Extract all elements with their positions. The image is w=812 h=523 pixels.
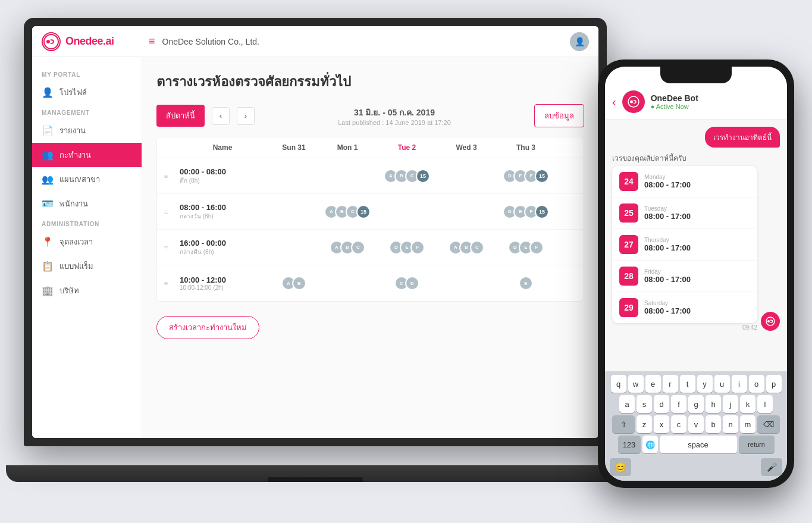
key-v[interactable]: v bbox=[688, 415, 704, 433]
sidebar-label-time: จุดลงเวลา bbox=[59, 236, 93, 248]
cell-mon-3: A B C bbox=[318, 236, 377, 259]
drag-handle[interactable]: ≡ bbox=[157, 203, 175, 220]
shift-info-3: 16:00 - 00:00 กลางคืน (8h) bbox=[175, 234, 270, 261]
day-badge-0: 24 bbox=[619, 172, 638, 191]
key-c[interactable]: c bbox=[671, 415, 686, 433]
cell-mon-1 bbox=[318, 171, 377, 181]
key-f[interactable]: f bbox=[671, 395, 686, 413]
key-i[interactable]: i bbox=[732, 375, 747, 393]
key-m[interactable]: m bbox=[740, 415, 755, 433]
page-title: ตารางเวรห้องตรวจศัลยกรรมทั่วไป bbox=[156, 71, 584, 92]
key-p[interactable]: p bbox=[766, 375, 782, 393]
drag-handle[interactable]: ≡ bbox=[157, 168, 175, 184]
management-label: MANAGEMENT bbox=[32, 105, 142, 118]
back-button[interactable]: ‹ bbox=[612, 95, 616, 109]
create-shift-button[interactable]: สร้างเวลากะทำงานใหม่ bbox=[156, 316, 259, 339]
key-s[interactable]: s bbox=[637, 395, 652, 413]
key-t[interactable]: t bbox=[680, 375, 695, 393]
phone-screen: ‹ OneDee Bot Active Now เวรทำงานอาทิตย์น… bbox=[605, 67, 787, 481]
key-e[interactable]: e bbox=[645, 375, 661, 393]
key-r[interactable]: r bbox=[663, 375, 678, 393]
key-k[interactable]: k bbox=[740, 395, 755, 413]
sidebar-label-profile: โปรไฟล์ bbox=[59, 86, 87, 99]
this-week-button[interactable]: สัปดาห์นี้ bbox=[156, 105, 205, 127]
chat-messages[interactable]: เวรทำงานอาทิตย์นี้ เวรของคุณสัปดาห์นี้คร… bbox=[605, 120, 787, 371]
key-w[interactable]: w bbox=[628, 375, 644, 393]
key-l[interactable]: l bbox=[757, 395, 773, 413]
key-g[interactable]: g bbox=[688, 395, 704, 413]
sidebar-item-employee[interactable]: 🪪 พนักงาน bbox=[32, 192, 142, 216]
sidebar-label-schedule: กะทำงาน bbox=[59, 149, 91, 161]
sidebar-item-profile[interactable]: 👤 โปรไฟล์ bbox=[32, 80, 142, 105]
time-icon: 📍 bbox=[42, 236, 54, 248]
sidebar-item-company[interactable]: 🏢 บริษัท bbox=[32, 278, 142, 303]
admin-label: ADMINISTRATION bbox=[32, 216, 142, 230]
avatar: C bbox=[351, 240, 365, 255]
svg-point-3 bbox=[630, 101, 633, 104]
key-u[interactable]: u bbox=[714, 375, 730, 393]
day-badge-4: 29 bbox=[619, 298, 638, 317]
phone-notch bbox=[660, 67, 732, 83]
num-key[interactable]: 123 bbox=[618, 436, 641, 453]
avatar: C bbox=[470, 240, 484, 255]
key-y[interactable]: y bbox=[697, 375, 713, 393]
sidebar-item-branch[interactable]: 👥 แผนก/สาขา bbox=[32, 167, 142, 192]
key-x[interactable]: x bbox=[654, 415, 669, 433]
schedule-detail-3: Friday 08:00 - 17:00 bbox=[644, 268, 750, 284]
return-key[interactable]: return bbox=[739, 436, 775, 453]
drag-handle[interactable]: ≡ bbox=[157, 239, 175, 256]
key-j[interactable]: j bbox=[723, 395, 738, 413]
key-o[interactable]: o bbox=[749, 375, 764, 393]
sidebar-item-time[interactable]: 📍 จุดลงเวลา bbox=[32, 230, 142, 254]
phone-body: ‹ OneDee Bot Active Now เวรทำงานอาทิตย์น… bbox=[598, 59, 794, 488]
key-z[interactable]: z bbox=[637, 415, 652, 433]
svg-point-5 bbox=[767, 320, 770, 322]
hamburger-icon[interactable]: ≡ bbox=[149, 35, 155, 48]
cell-wed-4 bbox=[437, 278, 496, 288]
space-key[interactable]: space bbox=[660, 436, 737, 453]
delete-button[interactable]: ลบข้อมูล bbox=[534, 104, 584, 127]
emoji-button[interactable]: 😊 bbox=[610, 458, 631, 476]
key-h[interactable]: h bbox=[706, 395, 721, 413]
key-a[interactable]: a bbox=[619, 395, 635, 413]
key-q[interactable]: q bbox=[611, 375, 626, 393]
company-name: OneDee Solution Co., Ltd. bbox=[162, 37, 570, 46]
bot-avatar-header bbox=[622, 90, 645, 113]
logo-icon bbox=[42, 32, 61, 51]
emoji-key[interactable]: 🌐 bbox=[642, 436, 658, 453]
key-b[interactable]: b bbox=[706, 415, 721, 433]
sidebar-label-report: รายงาน bbox=[59, 124, 86, 137]
key-d[interactable]: d bbox=[654, 395, 669, 413]
avatar: E bbox=[519, 276, 533, 290]
sidebar-item-report[interactable]: 📄 รายงาน bbox=[32, 118, 142, 143]
schedule-detail-0: Monday 08:00 - 17:00 bbox=[644, 174, 750, 189]
table-row: ≡ 08:00 - 16:00 กลางวัน (8h) A B C bbox=[157, 194, 584, 230]
profile-icon: 👤 bbox=[42, 87, 54, 98]
user-avatar[interactable]: 👤 bbox=[570, 32, 589, 51]
cell-sun-4: A B bbox=[270, 271, 318, 295]
sidebar-item-form[interactable]: 📋 แบบฟแร็ม bbox=[32, 254, 142, 278]
schedule-row-1: 25 Tuesday 08:00 - 17:00 bbox=[612, 198, 757, 229]
shift-key[interactable]: ⇧ bbox=[612, 415, 635, 433]
cell-tue-3: D E F bbox=[377, 236, 437, 259]
avatar-group: A B bbox=[275, 276, 313, 290]
sidebar-item-schedule[interactable]: 👥 กะทำงาน bbox=[32, 143, 142, 167]
laptop-screen: Onedee.ai ≡ OneDee Solution Co., Ltd. 👤 … bbox=[32, 26, 598, 438]
key-n[interactable]: n bbox=[723, 415, 738, 433]
avatar-group: A B C 15 bbox=[322, 205, 372, 219]
th-drag bbox=[157, 137, 175, 158]
sidebar: MY PORTAL 👤 โปรไฟล์ MANAGEMENT 📄 รายงาน … bbox=[32, 57, 142, 438]
laptop-body: Onedee.ai ≡ OneDee Solution Co., Ltd. 👤 … bbox=[24, 18, 607, 446]
schedule-controls: สัปดาห์นี้ ‹ › 31 มิ.ย. - 05 ก.ค. 2019 L… bbox=[156, 104, 584, 127]
phone: ‹ OneDee Bot Active Now เวรทำงานอาทิตย์น… bbox=[598, 59, 794, 488]
cell-mon-4 bbox=[318, 278, 377, 288]
prev-week-button[interactable]: ‹ bbox=[212, 107, 230, 125]
drag-handle[interactable]: ≡ bbox=[157, 275, 175, 292]
sidebar-label-branch: แผนก/สาขา bbox=[59, 173, 100, 186]
my-portal-label: MY PORTAL bbox=[32, 67, 142, 80]
schedule-row-2: 27 Thursday 08:00 - 17:00 bbox=[612, 229, 757, 261]
mic-button[interactable]: 🎤 bbox=[761, 458, 782, 476]
next-week-button[interactable]: › bbox=[237, 107, 255, 125]
cell-sun-1 bbox=[270, 171, 318, 181]
delete-key[interactable]: ⌫ bbox=[757, 415, 780, 433]
